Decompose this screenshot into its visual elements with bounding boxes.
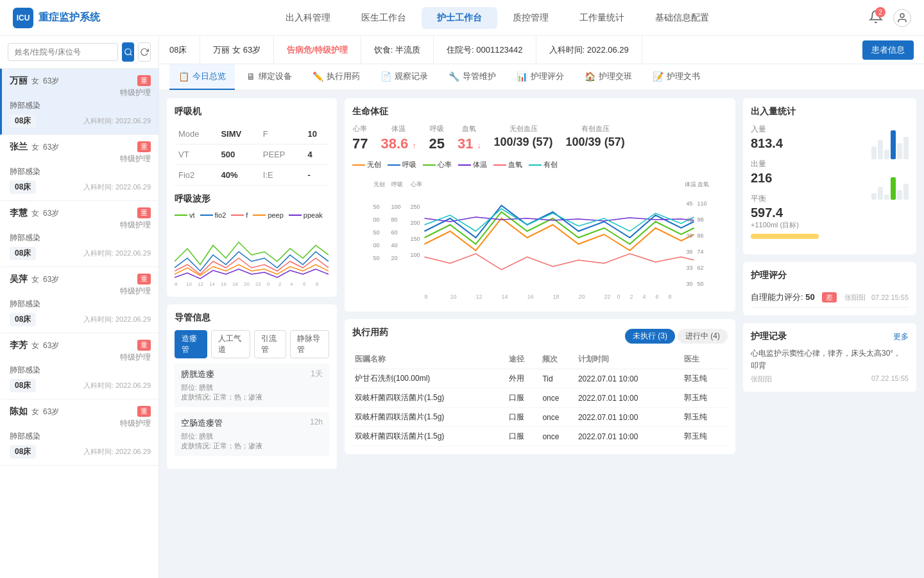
svg-text:10: 10: [186, 281, 192, 287]
nav-item-护士工作台[interactable]: 护士工作台: [422, 7, 497, 29]
catheter-site: 部位: 膀胱: [181, 383, 323, 392]
svg-text:心率: 心率: [410, 181, 422, 188]
patient-age: 63岁: [43, 208, 59, 219]
med-doctor: 郭玉纯: [681, 427, 728, 446]
svg-text:50: 50: [697, 281, 704, 287]
vital-item-无创血压: 无创血压100/39 (57): [494, 124, 553, 152]
med-time: 2022.07.01 10:00: [576, 427, 681, 446]
med-col-频次: 频次: [540, 350, 575, 369]
tab-icon: ✏️: [312, 71, 323, 82]
urgent-badge: 重: [137, 207, 151, 218]
svg-text:86: 86: [697, 232, 704, 239]
patient-gender: 女: [31, 407, 39, 417]
nav-item-基础信息配置[interactable]: 基础信息配置: [640, 7, 724, 29]
user-icon[interactable]: [893, 9, 911, 27]
legend-dot: [200, 215, 213, 216]
notification-badge: 2: [875, 7, 886, 17]
tab-icon: 📝: [653, 71, 663, 82]
patient-age: 63岁: [43, 407, 59, 417]
refresh-button[interactable]: [138, 42, 151, 62]
patient-card-陈如[interactable]: 陈如 女 63岁 重 特级护理 肺部感染 08床 入科时间: 2022.06.2…: [0, 399, 158, 466]
ongoing-tab[interactable]: 进行中 (4): [678, 329, 728, 344]
tab-今日总览[interactable]: 📋今日总览: [169, 64, 235, 90]
vital-value: 100/39 (57): [566, 136, 625, 149]
svg-text:40: 40: [391, 242, 398, 249]
medication-header: 执行用药 未执行 (3) 进行中 (4): [352, 327, 728, 345]
search-input[interactable]: [8, 43, 118, 61]
nav-item-质控管理[interactable]: 质控管理: [497, 7, 564, 29]
wave-legend: vtfio2fpeepppeak: [175, 211, 329, 219]
header-right: 2: [869, 9, 911, 27]
svg-text:62: 62: [697, 265, 704, 271]
med-name: 双岐杆菌四联活菌片(1.5g): [352, 408, 506, 427]
catheter-tab-引流管[interactable]: 引流管: [254, 330, 287, 358]
svg-text:20: 20: [244, 281, 250, 287]
sidebar-toggle[interactable]: ‹: [158, 295, 159, 319]
svg-text:150: 150: [411, 236, 420, 242]
vitals-legend-item: 心率: [423, 160, 452, 170]
patient-card-万丽[interactable]: 万丽 女 63岁 重 特级护理 肺部感染 08床 入科时间: 2022.06.2…: [0, 69, 158, 135]
svg-point-0: [900, 13, 904, 17]
catheter-tab-人工气道[interactable]: 人工气道: [211, 330, 250, 358]
bar-admit-time: 入科时间: 2022.06.29: [536, 36, 642, 64]
vital-label: 血氧: [458, 124, 481, 134]
search-button[interactable]: [122, 42, 134, 62]
catheter-items: 膀胱造瘘 1天 部位: 膀胱 皮肤情况: 正常；热；渗液 空肠造瘘管 12h 部…: [175, 363, 329, 456]
io-card: 出入量统计 入量 813.4 出量 216: [743, 98, 916, 254]
medication-card: 执行用药 未执行 (3) 进行中 (4) 医嘱名称途径频次计划时间医生 炉甘石洗…: [345, 319, 735, 454]
more-link[interactable]: 更多: [893, 331, 909, 342]
tab-导管维护[interactable]: 🔧导管维护: [440, 64, 505, 90]
patient-card-李芳[interactable]: 李芳 女 63岁 重 特级护理 肺部感染 08床 入科时间: 2022.06.2…: [0, 333, 158, 399]
urgent-badge: 重: [137, 340, 151, 351]
med-doctor: 郭玉纯: [681, 389, 728, 408]
med-name: 双岐杆菌四联活菌片(1.5g): [352, 389, 506, 408]
patient-card-吴萍[interactable]: 吴萍 女 63岁 重 特级护理 肺部感染 08床 入科时间: 2022.06.2…: [0, 267, 158, 333]
tab-护理评分[interactable]: 📊护理评分: [508, 64, 573, 90]
notification-btn[interactable]: 2: [869, 10, 883, 26]
tab-执行用药[interactable]: ✏️执行用药: [304, 64, 369, 90]
diagnosis: 肺部感染: [10, 232, 151, 243]
vitals-row: 心率77体温38.6 ↑呼吸25血氧31 ↓无创血压100/39 (57)有创血…: [352, 124, 728, 152]
med-freq: once: [540, 389, 575, 408]
care-level: 特级护理: [120, 153, 151, 164]
nav-item-出入科管理[interactable]: 出入科管理: [270, 7, 346, 29]
urgent-badge: 重: [137, 75, 151, 86]
vitals-legend-item: 体温: [458, 160, 487, 170]
main-nav: 出入科管理医生工作台护士工作台质控管理工作量统计基础信息配置: [126, 7, 869, 29]
pending-tab[interactable]: 未执行 (3): [625, 329, 675, 344]
care-level: 特级护理: [120, 87, 151, 98]
medication-table: 医嘱名称途径频次计划时间医生 炉甘石洗剂(100.00ml) 外用 Tid 20…: [352, 350, 728, 446]
nursing-record-card: 护理记录 更多 心电监护示窦性心律，律齐，床头太高30°，叩背 张阳阳 07.2…: [743, 323, 916, 392]
bar-bed: 08床: [169, 36, 200, 64]
medication-title: 执行用药: [352, 327, 388, 338]
patient-name: 万丽: [10, 75, 28, 87]
catheter-tab-静脉导管[interactable]: 静脉导管: [290, 330, 329, 358]
io-title: 出入量统计: [751, 106, 909, 118]
care-level: 特级护理: [120, 220, 151, 231]
svg-text:22: 22: [604, 293, 611, 300]
catheter-skin: 皮肤情况: 正常；热；渗液: [181, 392, 323, 402]
admit-time: 入科时间: 2022.06.29: [83, 447, 151, 457]
tab-label: 今日总览: [193, 71, 226, 82]
sidebar: 万丽 女 63岁 重 特级护理 肺部感染 08床 入科时间: 2022.06.2…: [0, 36, 159, 578]
bed-badge: 08床: [10, 114, 36, 128]
med-row: 炉甘石洗剂(100.00ml) 外用 Tid 2022.07.01 10:00 …: [352, 369, 728, 389]
patient-card-张兰[interactable]: 张兰 女 63岁 重 特级护理 肺部感染 08床 入科时间: 2022.06.2…: [0, 135, 158, 201]
tab-观察记录[interactable]: 📄观察记录: [372, 64, 437, 90]
svg-text:8: 8: [316, 281, 319, 287]
patient-name: 李芳: [10, 340, 28, 351]
med-col-医嘱名称: 医嘱名称: [352, 350, 506, 369]
patient-info-button[interactable]: 患者信息: [862, 40, 914, 60]
nav-item-医生工作台[interactable]: 医生工作台: [346, 7, 422, 29]
catheter-tab-造瘘管[interactable]: 造瘘管: [175, 330, 207, 358]
patient-card-李慧[interactable]: 李慧 女 63岁 重 特级护理 肺部感染 08床 入科时间: 2022.06.2…: [0, 201, 158, 267]
nav-item-工作量统计[interactable]: 工作量统计: [564, 7, 640, 29]
patient-gender: 女: [31, 340, 39, 351]
ventilator-card: 呼吸机 ModeSIMVF10VT500PEEP4Fio240%I:E- 呼吸波…: [167, 98, 337, 297]
legend-dot: [231, 215, 244, 216]
med-row: 双岐杆菌四联活菌片(1.5g) 口服 once 2022.07.01 10:00…: [352, 389, 728, 408]
tab-护理交班[interactable]: 🏠护理交班: [576, 64, 641, 90]
tab-护理文书[interactable]: 📝护理文书: [644, 64, 709, 90]
tab-绑定设备[interactable]: 🖥绑定设备: [237, 64, 301, 90]
legend-dot: [175, 215, 187, 216]
